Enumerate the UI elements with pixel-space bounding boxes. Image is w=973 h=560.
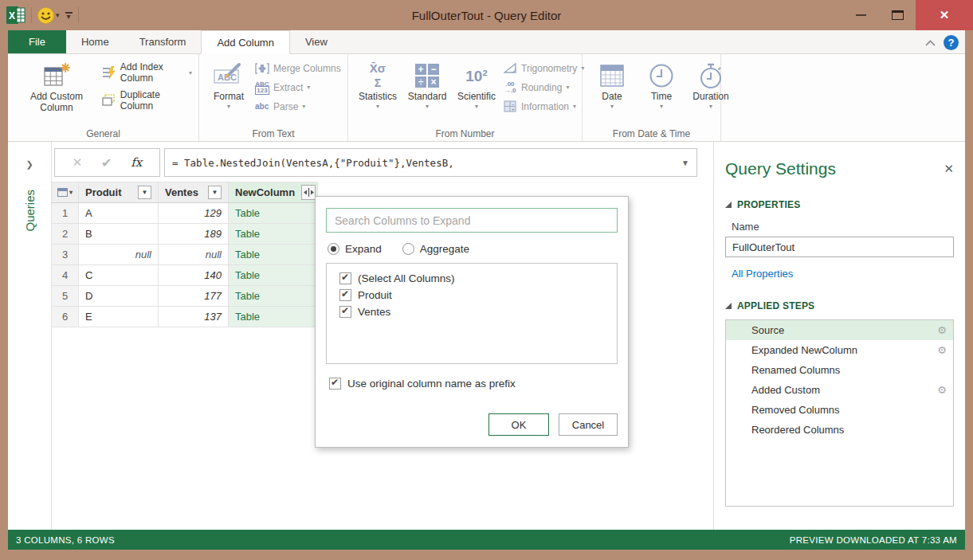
preview-table: ▾ Produit▼ Ventes▼ NewColumn <box>51 182 318 327</box>
column-header-newcolumn[interactable]: NewColumn <box>229 182 318 203</box>
add-custom-column-button[interactable]: Add Custom Column <box>14 59 99 115</box>
expand-radio[interactable]: Expand <box>328 243 382 255</box>
maximize-button[interactable] <box>879 0 916 30</box>
cell-table-link[interactable]: Table <box>229 203 318 224</box>
parse-button: abc Parse ▾ <box>255 100 341 113</box>
date-button[interactable]: Date ▾ <box>589 59 635 112</box>
step-source[interactable]: Source ⚙ <box>726 320 953 340</box>
row-number[interactable]: 3 <box>52 245 79 265</box>
step-reordered-columns[interactable]: Reordered Columns <box>726 420 953 440</box>
help-icon[interactable]: ? <box>944 35 959 50</box>
ribbon-group-from-datetime: Date ▾ Time ▾ <box>583 54 721 141</box>
table-row: 1 A 129 Table <box>52 203 318 224</box>
cell-table-link[interactable]: Table <box>229 286 318 307</box>
standard-button[interactable]: +−÷× Standard ▾ <box>404 59 450 112</box>
all-properties-link[interactable]: All Properties <box>732 268 954 280</box>
query-settings-close-icon[interactable]: ✕ <box>944 162 954 176</box>
step-expanded-newcolumn[interactable]: Expanded NewColumn ⚙ <box>726 340 953 360</box>
gear-icon[interactable]: ⚙ <box>937 344 947 356</box>
tab-home[interactable]: Home <box>66 30 124 53</box>
extract-label: Extract <box>273 82 303 93</box>
query-settings-panel: Query Settings ✕ PROPERTIES Name All Pro… <box>713 142 965 530</box>
cell-ventes: 177 <box>159 286 229 307</box>
formula-expand-icon[interactable]: ▼ <box>675 159 689 167</box>
row-number[interactable]: 6 <box>52 307 79 327</box>
step-renamed-columns[interactable]: Renamed Columns <box>726 360 953 380</box>
gear-icon[interactable]: ⚙ <box>937 324 947 336</box>
gear-icon[interactable]: ⚙ <box>937 384 947 396</box>
statistics-label: Statistics <box>359 91 397 102</box>
formula-input[interactable] <box>172 157 675 169</box>
query-editor-window: X ▾ ▾ FullOuterTout - Query Editor <box>0 0 973 560</box>
column-header-ventes[interactable]: Ventes▼ <box>159 182 229 203</box>
cell-table-link[interactable]: Table <box>229 307 318 327</box>
tab-view[interactable]: View <box>290 30 343 53</box>
cell-table-link[interactable]: Table <box>229 224 318 245</box>
format-label: Format <box>214 91 244 102</box>
step-added-custom[interactable]: Added Custom ⚙ <box>726 380 953 400</box>
filter-icon-ventes[interactable]: ▼ <box>208 186 222 199</box>
status-preview-time: PREVIEW DOWNLOADED AT 7:33 AM <box>790 535 957 545</box>
scientific-button[interactable]: 10² Scientific ▾ <box>453 59 500 112</box>
status-columns-rows: 3 COLUMNS, 6 ROWS <box>16 535 115 545</box>
tab-transform[interactable]: Transform <box>124 30 202 53</box>
cell-produit: E <box>79 307 159 327</box>
row-number[interactable]: 5 <box>52 286 79 307</box>
status-bar: 3 COLUMNS, 6 ROWS PREVIEW DOWNLOADED AT … <box>8 530 965 550</box>
close-icon: ✕ <box>940 8 950 22</box>
checkbox-checked-icon <box>339 289 351 301</box>
add-index-column-icon <box>102 66 116 80</box>
expand-column-button[interactable] <box>301 185 316 200</box>
row-number[interactable]: 1 <box>52 203 79 224</box>
query-name-input[interactable] <box>725 237 954 257</box>
row-number[interactable]: 2 <box>52 224 79 245</box>
merge-columns-button: Merge Columns <box>255 61 341 75</box>
add-index-column-button[interactable]: Add Index Column ▾ <box>102 61 192 84</box>
time-button[interactable]: Time ▾ <box>638 59 685 112</box>
date-icon <box>599 61 625 91</box>
filter-icon-produit[interactable]: ▼ <box>138 186 151 199</box>
column-header-produit[interactable]: Produit▼ <box>79 182 159 203</box>
ok-button[interactable]: OK <box>488 413 549 436</box>
applied-steps-list: Source ⚙ Expanded NewColumn ⚙ Renamed Co… <box>725 319 954 507</box>
cell-ventes: 137 <box>159 307 229 327</box>
checkbox-produit[interactable]: Produit <box>328 287 615 303</box>
name-label: Name <box>732 221 954 233</box>
cell-ventes: 129 <box>159 203 229 224</box>
cell-ventes: null <box>159 245 229 265</box>
formula-fx-button[interactable]: fx <box>131 155 142 170</box>
close-button[interactable]: ✕ <box>916 0 973 30</box>
cancel-button[interactable]: Cancel <box>559 413 618 436</box>
duplicate-column-button[interactable]: Duplicate Column <box>102 89 192 112</box>
aggregate-radio[interactable]: Aggregate <box>402 243 469 255</box>
format-button[interactable]: ABC Format ▾ <box>206 59 252 112</box>
cell-produit: D <box>79 286 159 307</box>
scientific-label: Scientific <box>457 91 496 102</box>
search-columns-input[interactable] <box>326 208 618 233</box>
column-checkbox-list: (Select All Columns) Produit Ventes <box>326 263 618 364</box>
tab-add-column[interactable]: Add Column <box>201 30 290 54</box>
cell-table-link[interactable]: Table <box>229 245 318 265</box>
merge-columns-icon <box>255 61 269 75</box>
tab-file[interactable]: File <box>8 30 66 53</box>
statistics-button[interactable]: X̄σΣ Statistics ▾ <box>355 59 401 112</box>
use-prefix-checkbox[interactable]: Use original column name as prefix <box>328 375 616 392</box>
row-number[interactable]: 4 <box>52 265 79 286</box>
checkbox-select-all-columns[interactable]: (Select All Columns) <box>328 270 615 287</box>
duplicate-column-label: Duplicate Column <box>120 89 192 112</box>
time-label: Time <box>651 91 672 102</box>
applied-steps-section-header[interactable]: APPLIED STEPS <box>725 300 954 311</box>
cell-table-link[interactable]: Table <box>229 265 318 286</box>
queries-pane-expand-icon[interactable]: ❯ <box>8 159 51 170</box>
table-menu-button[interactable]: ▾ <box>52 182 79 203</box>
step-removed-columns[interactable]: Removed Columns <box>726 400 953 420</box>
minimize-button[interactable] <box>842 0 879 30</box>
statistics-icon: X̄σΣ <box>370 61 386 91</box>
properties-section-header[interactable]: PROPERTIES <box>725 199 954 210</box>
checkbox-ventes[interactable]: Ventes <box>328 303 615 320</box>
editor-frame: File Home Transform Add Column View ? <box>8 30 965 550</box>
collapse-ribbon-button[interactable] <box>925 35 936 49</box>
duration-button[interactable]: Duration ▾ <box>688 59 734 112</box>
table-icon <box>57 188 68 197</box>
formula-cancel-icon: ✕ <box>73 155 83 170</box>
